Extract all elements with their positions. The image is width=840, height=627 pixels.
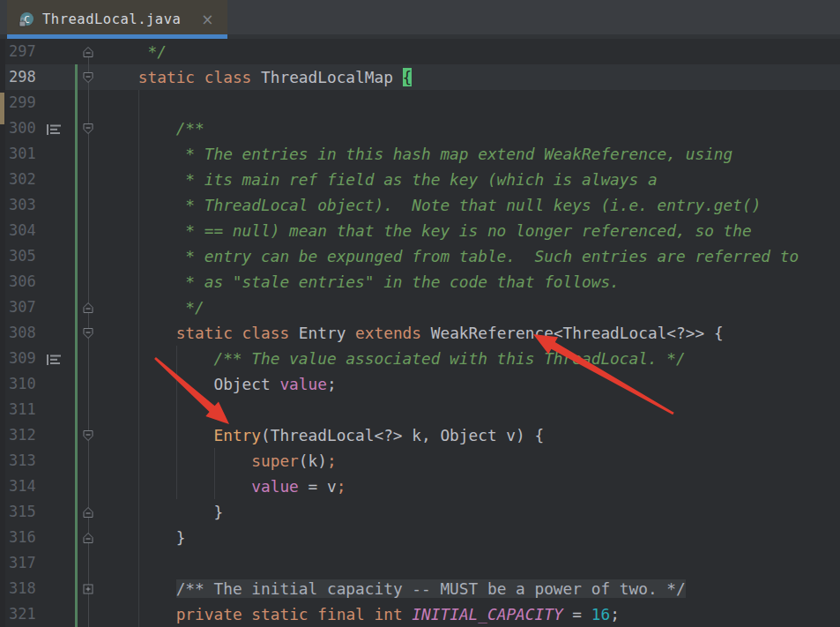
gutter-line-number: 309 bbox=[9, 346, 36, 371]
gutter-line-number: 313 bbox=[9, 448, 36, 474]
code-line-309[interactable]: 309 /** The value associated with this T… bbox=[0, 346, 840, 371]
gutter-line-number: 314 bbox=[9, 474, 36, 499]
code-text[interactable]: super(k); bbox=[100, 448, 337, 474]
code-line-310[interactable]: 310 Object value; bbox=[0, 371, 840, 397]
fold-end-icon[interactable] bbox=[82, 46, 94, 58]
code-line-305[interactable]: 305 * entry can be expunged from table. … bbox=[0, 243, 840, 269]
gutter-line-number: 302 bbox=[9, 167, 36, 192]
code-editor[interactable]: 297 */298 static class ThreadLocalMap {2… bbox=[0, 39, 840, 627]
code-line-316[interactable]: 316 } bbox=[0, 525, 840, 550]
editor-tab-bar: C ThreadLocal.java × bbox=[0, 0, 840, 39]
code-line-302[interactable]: 302 * its main ref field as the key (whi… bbox=[0, 167, 840, 192]
code-line-304[interactable]: 304 * == null) mean that the key is no l… bbox=[0, 218, 840, 243]
gutter-line-number: 311 bbox=[9, 397, 36, 422]
gutter-line-number: 300 bbox=[9, 116, 36, 141]
gutter-line-number: 316 bbox=[9, 525, 36, 550]
code-line-298[interactable]: 298 static class ThreadLocalMap { bbox=[0, 64, 840, 90]
code-text[interactable]: * == null) mean that the key is no longe… bbox=[100, 218, 752, 243]
code-line-311[interactable]: 311 bbox=[0, 397, 840, 422]
code-text[interactable]: * ThreadLocal object). Note that null ke… bbox=[100, 192, 761, 218]
code-line-299[interactable]: 299 bbox=[0, 90, 840, 116]
code-line-314[interactable]: 314 value = v; bbox=[0, 474, 840, 499]
fold-start-icon[interactable] bbox=[82, 429, 94, 442]
gutter-line-number: 301 bbox=[9, 141, 36, 167]
gutter-line-number: 312 bbox=[9, 422, 36, 448]
code-text[interactable]: } bbox=[100, 525, 185, 550]
fold-end-icon[interactable] bbox=[82, 506, 94, 519]
code-text[interactable]: static class ThreadLocalMap { bbox=[100, 64, 412, 90]
code-text[interactable]: */ bbox=[100, 295, 204, 320]
gutter-line-number: 305 bbox=[9, 243, 36, 269]
code-line-308[interactable]: 308 static class Entry extends WeakRefer… bbox=[0, 320, 840, 346]
code-text[interactable]: Object value; bbox=[100, 371, 337, 397]
code-line-313[interactable]: 313 super(k); bbox=[0, 448, 840, 474]
code-text[interactable]: } bbox=[100, 499, 223, 525]
gutter-line-number: 303 bbox=[9, 192, 36, 218]
indent-guide bbox=[176, 346, 177, 499]
tab-label: ThreadLocal.java bbox=[42, 11, 181, 27]
code-text[interactable]: * as "stale entries" in the code that fo… bbox=[100, 269, 620, 295]
indent-guide bbox=[138, 90, 139, 627]
java-class-icon: C bbox=[19, 11, 34, 27]
gutter-line-number: 310 bbox=[9, 371, 36, 397]
code-line-297[interactable]: 297 */ bbox=[0, 39, 840, 64]
gutter-line-number: 321 bbox=[9, 601, 36, 627]
unfold-icon[interactable] bbox=[82, 583, 94, 595]
code-line-303[interactable]: 303 * ThreadLocal object). Note that nul… bbox=[0, 192, 840, 218]
gutter-line-number: 318 bbox=[9, 576, 36, 601]
gutter-line-number: 307 bbox=[9, 295, 36, 320]
indent-guide bbox=[214, 448, 215, 499]
code-text[interactable]: /** bbox=[100, 116, 204, 141]
left-edge-stripe bbox=[0, 39, 5, 627]
code-text[interactable]: private static final int INITIAL_CAPACIT… bbox=[100, 601, 620, 627]
fold-start-icon[interactable] bbox=[82, 327, 94, 340]
code-line-315[interactable]: 315 } bbox=[0, 499, 840, 525]
code-line-321[interactable]: 321 private static final int INITIAL_CAP… bbox=[0, 601, 840, 627]
code-line-307[interactable]: 307 */ bbox=[0, 295, 840, 320]
code-text[interactable]: /** The initial capacity -- MUST be a po… bbox=[100, 576, 686, 601]
code-line-317[interactable]: 317 bbox=[0, 550, 840, 576]
gutter-line-number: 298 bbox=[9, 64, 36, 90]
code-text[interactable]: * its main ref field as the key (which i… bbox=[100, 167, 658, 192]
gutter-line-number: 308 bbox=[9, 320, 36, 346]
gutter-line-number: 297 bbox=[9, 39, 36, 64]
gutter-list-icon[interactable] bbox=[46, 354, 63, 366]
vcs-change-bar[interactable] bbox=[75, 64, 78, 627]
fold-end-icon[interactable] bbox=[82, 532, 94, 544]
code-text[interactable]: static class Entry extends WeakReference… bbox=[100, 320, 724, 346]
ide-window: C ThreadLocal.java × 297 */298 static cl… bbox=[0, 0, 840, 627]
code-line-318[interactable]: 318 /** The initial capacity -- MUST be … bbox=[0, 576, 840, 601]
gutter-list-icon[interactable] bbox=[46, 123, 63, 136]
editor-tab-threadlocal[interactable]: C ThreadLocal.java × bbox=[7, 0, 227, 39]
code-text[interactable]: /** The value associated with this Threa… bbox=[100, 346, 686, 371]
fold-start-icon[interactable] bbox=[82, 123, 94, 135]
code-rows: 297 */298 static class ThreadLocalMap {2… bbox=[0, 39, 840, 627]
code-text[interactable]: * The entries in this hash map extend We… bbox=[100, 141, 732, 167]
code-line-300[interactable]: 300 /** bbox=[0, 116, 840, 141]
tab-close-icon[interactable]: × bbox=[201, 12, 213, 27]
code-text[interactable]: * entry can be expunged from table. Such… bbox=[100, 243, 799, 269]
code-text[interactable]: Entry(ThreadLocal<?> k, Object v) { bbox=[100, 422, 544, 448]
gutter-line-number: 304 bbox=[9, 218, 36, 243]
gutter-line-number: 306 bbox=[9, 269, 36, 295]
gutter-line-number: 315 bbox=[9, 499, 36, 525]
gutter-line-number: 317 bbox=[9, 550, 36, 576]
code-line-301[interactable]: 301 * The entries in this hash map exten… bbox=[0, 141, 840, 167]
code-line-306[interactable]: 306 * as "stale entries" in the code tha… bbox=[0, 269, 840, 295]
code-line-312[interactable]: 312 Entry(ThreadLocal<?> k, Object v) { bbox=[0, 422, 840, 448]
fold-end-icon[interactable] bbox=[82, 302, 94, 314]
code-text[interactable]: */ bbox=[100, 39, 167, 64]
gutter-line-number: 299 bbox=[9, 90, 36, 116]
code-text[interactable]: value = v; bbox=[100, 474, 346, 499]
stripe-marker bbox=[0, 93, 4, 124]
fold-start-icon[interactable] bbox=[82, 71, 94, 84]
